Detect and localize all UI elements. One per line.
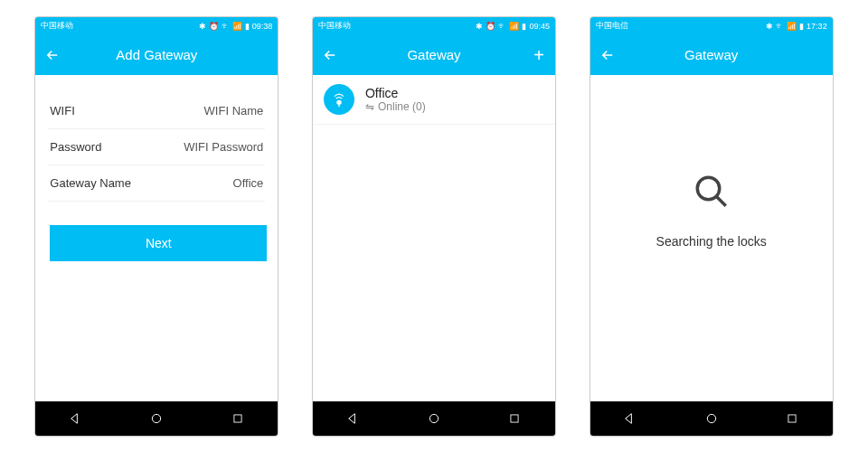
sync-icon: ⇋ xyxy=(365,100,374,113)
content-area: Searching the locks xyxy=(590,75,833,401)
app-header: Gateway + xyxy=(313,35,555,75)
nav-back-icon[interactable] xyxy=(619,408,641,429)
alarm-icon: ⏰ xyxy=(209,22,219,31)
battery-icon: ▮ xyxy=(245,22,250,31)
clock-time: 17:32 xyxy=(807,22,827,31)
phone-screen-add-gateway: 中国移动 ✱ ⏰ ᯤ 📶 ▮ 09:38 Add Gateway WIFI WI… xyxy=(34,16,278,437)
header-title: Add Gateway xyxy=(116,47,197,62)
password-label: Password xyxy=(50,140,101,154)
signal-icon: 📶 xyxy=(232,22,242,31)
android-nav-bar xyxy=(313,401,555,436)
android-nav-bar xyxy=(35,401,278,436)
gateway-icon xyxy=(324,84,354,115)
header-title: Gateway xyxy=(407,47,460,62)
svg-point-0 xyxy=(153,414,161,422)
phone-screen-searching: 中国电信 ✱ ᯤ 📶 ▮ 17:32 Gateway Searching the… xyxy=(590,16,834,437)
add-icon[interactable]: + xyxy=(533,44,544,65)
app-header: Add Gateway xyxy=(35,35,278,75)
status-bar: 中国移动 ✱ ⏰ ᯤ 📶 ▮ 09:45 xyxy=(313,17,555,35)
signal-icon: 📶 xyxy=(787,22,797,31)
next-button[interactable]: Next xyxy=(50,225,267,261)
row-gateway-name[interactable]: Gateway Name Office xyxy=(48,165,265,202)
carrier-label: 中国移动 xyxy=(318,20,351,32)
bluetooth-icon: ✱ xyxy=(766,22,773,31)
wifi-icon: ᯤ xyxy=(776,22,784,31)
content-area: WIFI WIFI Name Password WIFI Password Ga… xyxy=(35,75,278,401)
row-wifi[interactable]: WIFI WIFI Name xyxy=(48,93,265,129)
nav-recent-icon[interactable] xyxy=(504,408,525,429)
alarm-icon: ⏰ xyxy=(486,22,495,31)
signal-icon: 📶 xyxy=(509,22,519,31)
android-nav-bar xyxy=(590,401,833,436)
clock-time: 09:45 xyxy=(529,22,550,31)
svg-point-5 xyxy=(697,177,720,200)
gateway-name-label: Gateway Name xyxy=(50,176,131,190)
header-title: Gateway xyxy=(684,47,738,62)
content-area: Office ⇋ Online (0) xyxy=(313,75,555,401)
battery-icon: ▮ xyxy=(799,22,804,31)
back-icon[interactable] xyxy=(322,47,338,63)
bluetooth-icon: ✱ xyxy=(476,22,483,31)
wifi-icon: ᯤ xyxy=(498,22,506,31)
back-icon[interactable] xyxy=(599,47,616,63)
back-icon[interactable] xyxy=(44,47,61,63)
gateway-name-value: Office xyxy=(233,176,264,190)
nav-home-icon[interactable] xyxy=(423,408,445,429)
wifi-icon: ᯤ xyxy=(222,22,230,31)
nav-recent-icon[interactable] xyxy=(781,408,803,429)
bluetooth-icon: ✱ xyxy=(199,22,206,31)
battery-icon: ▮ xyxy=(522,22,526,31)
app-header: Gateway xyxy=(590,35,833,75)
row-password[interactable]: Password WIFI Password xyxy=(48,129,265,165)
status-bar: 中国电信 ✱ ᯤ 📶 ▮ 17:32 xyxy=(590,17,833,35)
phone-screen-gateway-list: 中国移动 ✱ ⏰ ᯤ 📶 ▮ 09:45 Gateway + Office ⇋ … xyxy=(312,16,556,437)
carrier-label: 中国移动 xyxy=(41,20,73,32)
nav-home-icon[interactable] xyxy=(146,408,167,429)
gateway-status: ⇋ Online (0) xyxy=(365,100,426,113)
carrier-label: 中国电信 xyxy=(596,20,628,32)
search-icon xyxy=(693,173,731,211)
searching-label: Searching the locks xyxy=(656,234,767,249)
status-bar: 中国移动 ✱ ⏰ ᯤ 📶 ▮ 09:38 xyxy=(35,17,278,35)
svg-point-6 xyxy=(707,414,715,422)
svg-point-2 xyxy=(337,100,341,104)
nav-back-icon[interactable] xyxy=(343,408,364,429)
svg-rect-4 xyxy=(511,414,518,421)
svg-rect-1 xyxy=(234,414,241,421)
wifi-value: WIFI Name xyxy=(204,104,264,118)
nav-back-icon[interactable] xyxy=(65,408,87,429)
svg-rect-7 xyxy=(788,414,796,421)
gateway-list-item[interactable]: Office ⇋ Online (0) xyxy=(313,75,555,125)
clock-time: 09:38 xyxy=(252,22,273,31)
nav-recent-icon[interactable] xyxy=(227,408,249,429)
wifi-label: WIFI xyxy=(50,104,74,118)
gateway-name: Office xyxy=(365,86,426,100)
password-value: WIFI Password xyxy=(184,140,263,154)
svg-point-3 xyxy=(429,414,438,422)
nav-home-icon[interactable] xyxy=(701,408,722,429)
